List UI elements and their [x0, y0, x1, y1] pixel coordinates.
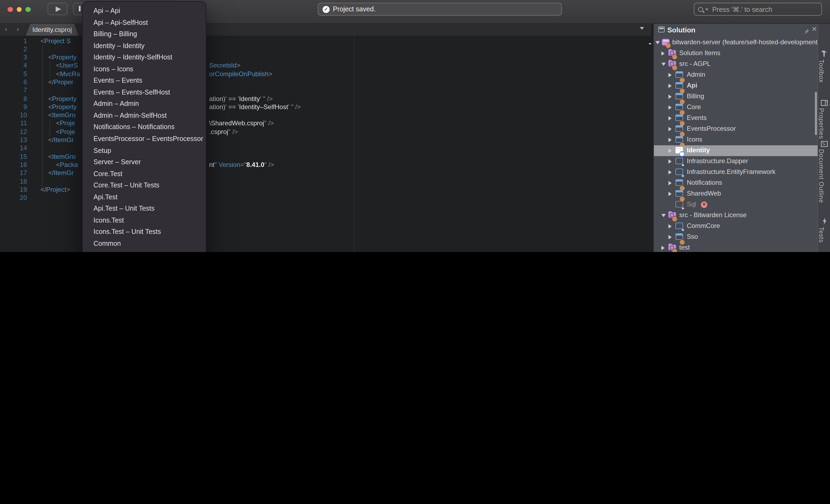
- collapse-icon[interactable]: [662, 214, 666, 217]
- minimize-window-button[interactable]: [17, 7, 22, 12]
- run-config-menu-item[interactable]: Core.Test – Unit Tests: [83, 180, 206, 192]
- status-badge-orange: [672, 249, 677, 252]
- solution-pad-header: Solution ✕: [654, 24, 818, 37]
- run-config-menu-item[interactable]: Events – Events-SelfHost: [83, 87, 206, 99]
- search-icon: [698, 7, 703, 11]
- tree-row-infrastructure-entityframework[interactable]: ✦Infrastructure.EntityFramework: [654, 167, 818, 177]
- run-config-menu-item[interactable]: Icons.Test: [83, 215, 206, 227]
- tree-row-notifications[interactable]: Notifications: [654, 177, 818, 188]
- run-config-menu-item[interactable]: EventsProcessor – EventsProcessor: [83, 133, 206, 145]
- run-config-menu-item[interactable]: Setup: [83, 145, 206, 157]
- pin-icon[interactable]: [803, 27, 809, 37]
- run-config-menu-item[interactable]: Identity – Identity: [83, 40, 206, 52]
- close-icon[interactable]: ✕: [811, 25, 817, 33]
- tree-row-label: Billing: [687, 92, 704, 100]
- error-badge-icon: ✕: [701, 201, 707, 208]
- run-config-menu-item[interactable]: Core.Test: [83, 168, 206, 180]
- expand-icon[interactable]: [662, 51, 665, 55]
- tree-row-label: CommCore: [687, 222, 720, 230]
- zoom-window-button[interactable]: [25, 7, 31, 12]
- tree-row-test[interactable]: test: [654, 242, 818, 252]
- pad-tab-properties[interactable]: Properties: [818, 98, 830, 139]
- collapse-icon[interactable]: [656, 41, 660, 44]
- tree-row-solution-items[interactable]: Solution Items: [654, 48, 818, 59]
- expand-icon[interactable]: [668, 127, 672, 131]
- run-config-menu-item[interactable]: Admin – Admin-SelfHost: [83, 110, 206, 122]
- run-config-menu-item[interactable]: Api.Test: [83, 192, 206, 203]
- expand-icon[interactable]: [668, 170, 672, 174]
- tree-row-label: src - AGPL: [679, 60, 710, 68]
- line-number: 17: [0, 169, 27, 178]
- navigate-forward-button[interactable]: ›: [14, 25, 22, 33]
- project-icon: [675, 71, 683, 77]
- pad-tab-toolbox[interactable]: Toolbox: [818, 50, 830, 82]
- line-number: 5: [0, 70, 27, 78]
- collapse-icon[interactable]: [662, 62, 666, 66]
- run-config-menu-item[interactable]: Icons.Test – Unit Tests: [83, 227, 206, 238]
- close-window-button[interactable]: [7, 7, 13, 12]
- tree-row-label: Admin: [687, 71, 705, 78]
- tree-row-infrastructure-dapper[interactable]: ✦Infrastructure.Dapper: [654, 156, 818, 167]
- navigate-back-button[interactable]: ‹: [2, 25, 10, 33]
- status-badge-blue: [679, 151, 684, 157]
- tree-row-label: Core: [687, 103, 701, 111]
- tree-row-core[interactable]: Core: [654, 102, 818, 113]
- expand-icon[interactable]: [668, 105, 672, 109]
- global-search-input[interactable]: Press '⌘.' to search: [694, 3, 822, 16]
- run-config-menu-item[interactable]: Notifications – Notifications: [83, 122, 206, 133]
- expand-icon[interactable]: [668, 159, 672, 163]
- tree-row-commcore[interactable]: ✦CommCore: [654, 221, 818, 232]
- folder-icon: [668, 50, 676, 55]
- tree-row-events[interactable]: Events: [654, 113, 818, 124]
- tree-row-sso[interactable]: Sso: [654, 232, 818, 242]
- line-number: 13: [0, 136, 27, 144]
- expand-icon[interactable]: [668, 137, 672, 142]
- expand-icon[interactable]: [668, 148, 672, 153]
- run-config-menu-item[interactable]: Events – Events: [83, 75, 206, 87]
- tree-row-src-agpl[interactable]: src - AGPL: [654, 59, 818, 69]
- project-plain-icon: ✦: [675, 158, 683, 164]
- tree-row-icons[interactable]: Icons: [654, 134, 818, 145]
- pad-tab-document-outline[interactable]: Document Outline: [818, 139, 830, 203]
- expand-icon[interactable]: [668, 73, 672, 77]
- project-plain-icon: ✦: [675, 222, 683, 229]
- tree-row-admin[interactable]: Admin: [654, 69, 818, 80]
- run-config-menu-item[interactable]: Admin – Admin: [83, 99, 206, 110]
- tab-identity-csproj[interactable]: Identity.csproj: [26, 24, 78, 36]
- play-icon: [56, 6, 61, 11]
- tree-row-billing[interactable]: Billing: [654, 91, 818, 102]
- tree-row-eventsprocessor[interactable]: EventsProcessor: [654, 124, 818, 134]
- tree-row-bitwarden-server-feature-self-hosted-development[interactable]: bitwarden-server (feature/self-hosted-de…: [654, 37, 818, 48]
- run-config-menu-item[interactable]: Billing – Billing: [83, 29, 206, 40]
- tree-row-api[interactable]: Api: [654, 80, 818, 91]
- lightning-icon: [822, 217, 827, 227]
- run-config-menu-item[interactable]: Common – Unit Tests: [83, 250, 206, 252]
- run-config-menu-item[interactable]: Api – Api-SelfHost: [83, 17, 206, 29]
- expand-icon[interactable]: [668, 224, 672, 228]
- run-config-menu-item[interactable]: Server – Server: [83, 157, 206, 168]
- ide-window: ✓ Project saved. Press '⌘.' to search ‹ …: [0, 0, 830, 252]
- tree-row-sql[interactable]: ✦Sql✕: [654, 199, 818, 210]
- expand-icon[interactable]: [668, 192, 672, 196]
- run-button[interactable]: [47, 3, 68, 15]
- run-config-menu-item[interactable]: Identity – Identity-SelfHost: [83, 52, 206, 64]
- run-config-menu-item[interactable]: Api – Api: [83, 5, 206, 17]
- tree-row-sharedweb[interactable]: SharedWeb: [654, 188, 818, 199]
- expand-icon[interactable]: [668, 83, 672, 88]
- tree-row-identity[interactable]: Identity: [654, 145, 818, 156]
- tree-vertical-scrollbar[interactable]: [815, 92, 817, 135]
- tab-overflow-icon[interactable]: [640, 27, 644, 30]
- run-config-menu-item[interactable]: Common: [83, 238, 206, 250]
- expand-icon[interactable]: [668, 116, 672, 120]
- expand-icon[interactable]: [668, 235, 672, 239]
- line-number: 1: [0, 37, 27, 45]
- run-config-menu-item[interactable]: Icons – Icons: [83, 64, 206, 75]
- pad-tab-tests[interactable]: Tests: [818, 217, 830, 243]
- line-number: 19: [0, 186, 27, 194]
- run-config-menu-item[interactable]: Api.Test – Unit Tests: [83, 203, 206, 215]
- expand-icon[interactable]: [668, 181, 672, 185]
- expand-icon[interactable]: [662, 245, 665, 250]
- tree-row-src-bitwarden-license[interactable]: src - Bitwarden License: [654, 210, 818, 221]
- line-number: 14: [0, 144, 27, 153]
- expand-icon[interactable]: [668, 94, 672, 99]
